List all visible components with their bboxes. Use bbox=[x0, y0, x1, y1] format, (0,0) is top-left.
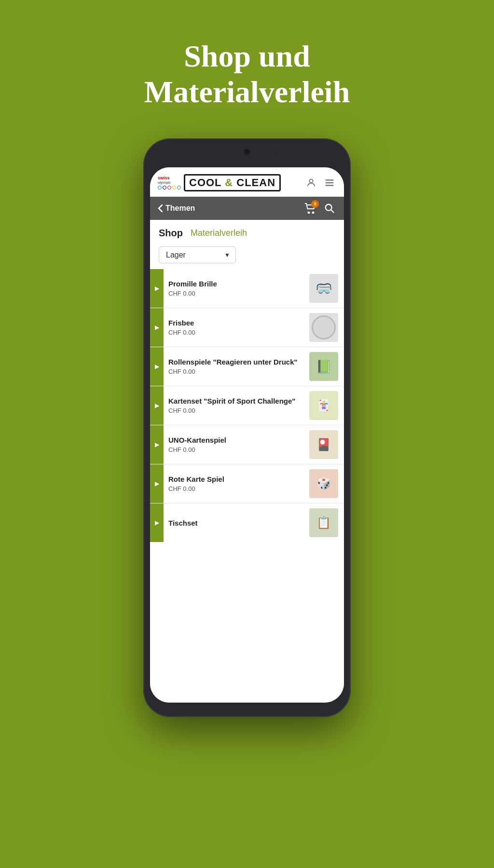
svg-line-7 bbox=[331, 210, 334, 213]
product-name: UNO-Kartenspiel bbox=[168, 436, 304, 444]
logo-area: swiss olympic COOL & CLEAN bbox=[158, 174, 281, 191]
search-icon[interactable] bbox=[323, 202, 336, 215]
product-info: Rote Karte Spiel CHF 0.00 bbox=[164, 469, 309, 498]
swiss-olympic-logo: swiss olympic bbox=[158, 176, 181, 190]
hero-title-line1: Shop und bbox=[184, 39, 310, 73]
list-item[interactable]: ▶ Rote Karte Spiel CHF 0.00 🎲 bbox=[150, 464, 344, 503]
list-item[interactable]: ▶ Rollenspiele "Reagieren unter Druck" C… bbox=[150, 347, 344, 386]
phone-screen: swiss olympic COOL & CLEAN bbox=[150, 167, 344, 703]
product-info: Promille Brille CHF 0.00 bbox=[164, 274, 309, 303]
product-price: CHF 0.00 bbox=[168, 485, 304, 492]
uno-icon: 🎴 bbox=[316, 438, 331, 451]
product-arrow: ▶ bbox=[150, 308, 164, 347]
app-header: swiss olympic COOL & CLEAN bbox=[150, 167, 344, 197]
phone-mockup: swiss olympic COOL & CLEAN bbox=[143, 138, 351, 717]
product-name: Kartenset "Spirit of Sport Challenge" bbox=[168, 397, 304, 405]
filter-row: Lager Alle Neu bbox=[150, 243, 344, 269]
product-arrow: ▶ bbox=[150, 347, 164, 386]
product-image: 🥽 bbox=[309, 274, 338, 303]
product-name: Rote Karte Spiel bbox=[168, 475, 304, 483]
product-arrow: ▶ bbox=[150, 269, 164, 308]
list-item[interactable]: ▶ Frisbee CHF 0.00 bbox=[150, 308, 344, 347]
product-arrow: ▶ bbox=[150, 386, 164, 425]
ring-blue bbox=[158, 186, 162, 190]
screen-content: Shop Materialverleih Lager Alle Neu bbox=[150, 220, 344, 703]
nav-action-icons: 0 bbox=[304, 202, 336, 215]
product-image bbox=[309, 313, 338, 342]
product-price: CHF 0.00 bbox=[168, 329, 304, 336]
phone-outer-shell: swiss olympic COOL & CLEAN bbox=[143, 138, 351, 717]
rollenspiele-icon: 📗 bbox=[316, 359, 331, 374]
svg-point-5 bbox=[313, 212, 314, 214]
menu-icon[interactable] bbox=[323, 176, 336, 190]
product-info: Rollenspiele "Reagieren unter Druck" CHF… bbox=[164, 352, 309, 381]
svg-point-6 bbox=[326, 204, 332, 211]
header-icons bbox=[304, 176, 336, 190]
product-name: Promille Brille bbox=[168, 280, 304, 288]
product-name: Rollenspiele "Reagieren unter Druck" bbox=[168, 358, 304, 366]
nav-back-button[interactable]: Themen bbox=[158, 204, 195, 213]
product-image: 🎲 bbox=[309, 469, 338, 498]
product-list: ▶ Promille Brille CHF 0.00 🥽 ▶ F bbox=[150, 269, 344, 703]
list-item[interactable]: ▶ UNO-Kartenspiel CHF 0.00 🎴 bbox=[150, 425, 344, 464]
product-price: CHF 0.00 bbox=[168, 368, 304, 375]
tab-shop[interactable]: Shop bbox=[159, 228, 183, 239]
list-item[interactable]: ▶ Kartenset "Spirit of Sport Challenge" … bbox=[150, 386, 344, 425]
product-price: CHF 0.00 bbox=[168, 290, 304, 297]
list-item[interactable]: ▶ Tischset 📋 bbox=[150, 503, 344, 542]
product-name: Frisbee bbox=[168, 319, 304, 327]
rote-karte-icon: 🎲 bbox=[316, 477, 331, 490]
tischset-icon: 📋 bbox=[316, 516, 331, 529]
product-image: 🃏 bbox=[309, 391, 338, 420]
product-info: Kartenset "Spirit of Sport Challenge" CH… bbox=[164, 391, 309, 420]
kartenset-icon: 🃏 bbox=[316, 399, 331, 412]
product-arrow: ▶ bbox=[150, 425, 164, 464]
frisbee-icon bbox=[312, 315, 336, 339]
hero-title: Shop und Materialverleih bbox=[144, 39, 350, 109]
ring-red bbox=[167, 186, 171, 190]
ring-black bbox=[163, 186, 166, 190]
cool-clean-logo: COOL & CLEAN bbox=[184, 174, 281, 191]
product-image: 🎴 bbox=[309, 430, 338, 459]
product-image: 📗 bbox=[309, 352, 338, 381]
olympic-text: olympic bbox=[158, 181, 171, 185]
filter-dropdown[interactable]: Lager Alle Neu bbox=[159, 246, 236, 263]
product-info: Tischset bbox=[164, 513, 309, 533]
filter-select-wrapper[interactable]: Lager Alle Neu bbox=[159, 246, 236, 263]
nav-bar: Themen 0 bbox=[150, 197, 344, 220]
ring-yellow bbox=[172, 186, 176, 190]
tabs-row: Shop Materialverleih bbox=[150, 220, 344, 243]
product-info: Frisbee CHF 0.00 bbox=[164, 313, 309, 342]
product-arrow: ▶ bbox=[150, 503, 164, 542]
product-info: UNO-Kartenspiel CHF 0.00 bbox=[164, 430, 309, 459]
cart-badge: 0 bbox=[311, 200, 319, 208]
product-price: CHF 0.00 bbox=[168, 407, 304, 414]
tab-materialverleih[interactable]: Materialverleih bbox=[191, 228, 247, 238]
phone-camera bbox=[244, 149, 250, 155]
list-item[interactable]: ▶ Promille Brille CHF 0.00 🥽 bbox=[150, 269, 344, 308]
user-icon[interactable] bbox=[304, 176, 318, 190]
svg-point-4 bbox=[308, 212, 310, 214]
olympic-rings bbox=[158, 186, 181, 190]
ampersand: & bbox=[225, 176, 233, 189]
svg-point-0 bbox=[309, 179, 313, 183]
glasses-icon: 🥽 bbox=[316, 281, 332, 297]
cart-wrapper[interactable]: 0 bbox=[304, 203, 316, 214]
hero-title-line2: Materialverleih bbox=[144, 75, 350, 109]
product-price: CHF 0.00 bbox=[168, 446, 304, 453]
ring-green bbox=[177, 186, 181, 190]
product-name: Tischset bbox=[168, 519, 304, 527]
nav-back-label: Themen bbox=[165, 204, 195, 213]
product-image: 📋 bbox=[309, 508, 338, 537]
product-arrow: ▶ bbox=[150, 464, 164, 503]
